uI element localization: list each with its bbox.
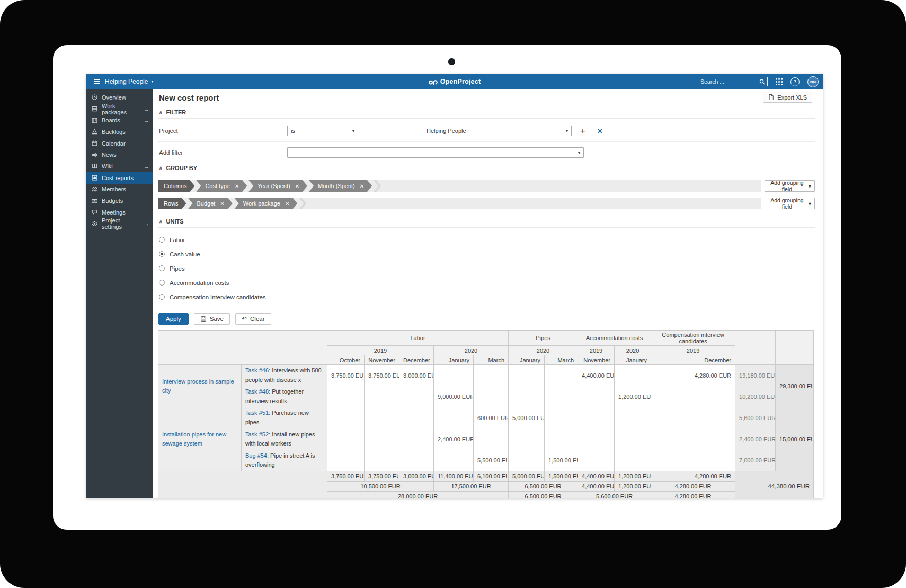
unit-option-labor[interactable]: Labor [159, 233, 815, 247]
month-header: October [327, 355, 365, 365]
calendar-icon [91, 140, 98, 147]
sidebar-item-wiki[interactable]: Wiki → [86, 161, 153, 172]
year-total-cell: 4,280.00 EUR [651, 481, 735, 491]
work-package-cell: Bug #54: Pipe in street A is overflowing [242, 450, 327, 471]
cost-cell: 5,500.00 EUR [474, 450, 509, 471]
month-total-cell: 11,400.00 EUR [434, 471, 474, 481]
grouping-chip-budget[interactable]: Budget ✕ [188, 198, 233, 209]
sidebar-item-boards[interactable]: Boards → [86, 114, 153, 126]
work-package-link[interactable]: Task #52: [245, 431, 270, 438]
year-total-cell: 17,500.00 EUR [434, 481, 509, 491]
cost-cell [474, 429, 509, 450]
budget-link[interactable]: Installation pipes for new sewage system [158, 407, 242, 471]
sidebar-item-work-packages[interactable]: Work packages → [86, 103, 153, 115]
work-package-link[interactable]: Task #46: [245, 367, 270, 373]
search-input[interactable] [699, 78, 759, 85]
unit-option-cash-value[interactable]: Cash value [159, 247, 815, 261]
unit-option-accommodation-costs[interactable]: Accommodation costs [159, 275, 815, 290]
work-package-link[interactable]: Task #48: [245, 388, 270, 395]
cost-cell: 9,000.00 EUR [434, 386, 474, 407]
remove-icon[interactable]: ✕ [285, 201, 289, 207]
cost-type-header: Accommodation costs [578, 331, 651, 346]
radio-button[interactable] [159, 265, 165, 271]
top-navigation-bar: Helping People ▾ OpenProject [86, 74, 823, 89]
columns-chip: Columns [158, 180, 194, 192]
chevron-up-icon: ∧ [159, 110, 163, 115]
add-filter-plus-icon[interactable]: + [580, 127, 585, 136]
cost-cell [578, 386, 615, 407]
cost-cell [578, 407, 615, 429]
sidebar-item-project-settings[interactable]: Project settings → [86, 218, 153, 230]
modules-grid-icon[interactable] [776, 78, 783, 85]
openproject-logo[interactable]: OpenProject [429, 78, 481, 85]
work-package-link[interactable]: Bug #54: [245, 452, 269, 459]
columns-chip-bar: Columns Cost type ✕ Year (Spent) ✕ Month… [158, 180, 761, 192]
user-avatar[interactable]: NN [807, 76, 819, 87]
save-button[interactable]: Save [194, 313, 230, 325]
radio-button[interactable] [159, 294, 165, 300]
apply-button[interactable]: Apply [158, 313, 189, 325]
budget-total-header-cell [776, 331, 814, 365]
filter-operator-select[interactable]: is ▾ [287, 126, 358, 136]
remove-icon[interactable]: ✕ [220, 201, 224, 207]
unit-option-pipes[interactable]: Pipes [159, 261, 815, 275]
row-total-cell: 19,180.00 EUR [735, 365, 776, 386]
add-grouping-field-columns-button[interactable]: Add grouping field ▾ [765, 180, 815, 192]
cost-type-total-cell: 5,600.00 EUR [578, 491, 651, 498]
chevron-up-icon: ∧ [159, 219, 163, 224]
sidebar-item-members[interactable]: Members [86, 184, 153, 195]
year-header: 2019 [651, 346, 735, 355]
filter-value-select[interactable]: Helping People ▾ [423, 126, 572, 136]
remove-icon[interactable]: ✕ [360, 183, 364, 189]
grouping-chip-month-spent[interactable]: Month (Spent) ✕ [309, 180, 372, 192]
caret-down-icon: ▾ [809, 200, 811, 207]
sidebar-item-calendar[interactable]: Calendar [86, 138, 153, 149]
chip-bar-tail [374, 180, 381, 192]
clear-button[interactable]: ↶ Clear [235, 313, 271, 325]
add-filter-row: Add filter ▾ [158, 147, 815, 158]
grouping-chip-work-package[interactable]: Work package ✕ [234, 198, 298, 209]
sidebar-item-cost-reports[interactable]: Cost reports [86, 172, 153, 184]
radio-button-selected[interactable] [159, 251, 165, 257]
grouping-chip-cost-type[interactable]: Cost type ✕ [196, 180, 247, 192]
units-section-header[interactable]: ∧ UNITS [158, 218, 815, 228]
remove-filter-icon[interactable]: ✕ [597, 127, 602, 135]
sidebar-item-overview[interactable]: Overview [86, 92, 153, 103]
add-filter-select[interactable]: ▾ [287, 147, 584, 158]
grouping-chip-year-spent[interactable]: Year (Spent) ✕ [248, 180, 307, 192]
month-header: January [615, 355, 651, 365]
hamburger-menu-icon[interactable] [94, 79, 100, 84]
filter-section-header[interactable]: ∧ FILTER [158, 109, 815, 119]
arrow-right-icon: → [144, 220, 149, 227]
filter-row-divider [158, 141, 815, 142]
budget-link[interactable]: Interview process in sample city [158, 365, 242, 407]
sidebar-item-meetings[interactable]: Meetings [86, 207, 153, 218]
cost-cell [365, 407, 399, 429]
cost-cell [434, 450, 474, 471]
export-xls-button[interactable]: Export XLS [763, 92, 812, 103]
cost-cell: 2,400.00 EUR [434, 429, 474, 450]
meetings-icon [91, 209, 98, 216]
add-grouping-field-rows-button[interactable]: Add grouping field ▾ [765, 198, 815, 209]
cost-cell [399, 407, 434, 429]
rows-chip: Rows [158, 198, 186, 209]
sidebar-item-budgets[interactable]: Budgets [86, 195, 153, 207]
work-package-link[interactable]: Task #51: [245, 409, 270, 416]
sidebar-item-news[interactable]: News [86, 149, 153, 161]
arrow-right-icon: → [144, 106, 149, 112]
radio-button[interactable] [159, 237, 165, 243]
budget-total-cell: 15,000.00 EUR [776, 407, 814, 471]
members-icon [91, 186, 98, 193]
unit-option-compensation-interview-candidates[interactable]: Compensation interview candidates [159, 290, 815, 304]
cost-cell [615, 407, 651, 429]
radio-button[interactable] [159, 280, 165, 286]
remove-icon[interactable]: ✕ [295, 183, 299, 189]
sidebar-item-backlogs[interactable]: Backlogs [86, 126, 153, 138]
help-icon[interactable]: ? [790, 77, 800, 86]
remove-icon[interactable]: ✕ [235, 183, 239, 189]
project-switcher[interactable]: Helping People ▾ [105, 78, 153, 85]
group-by-section-header[interactable]: ∧ GROUP BY [158, 165, 815, 174]
chip-bar-tail [299, 198, 306, 209]
search-icon[interactable] [759, 79, 765, 85]
cost-cell [545, 407, 578, 429]
